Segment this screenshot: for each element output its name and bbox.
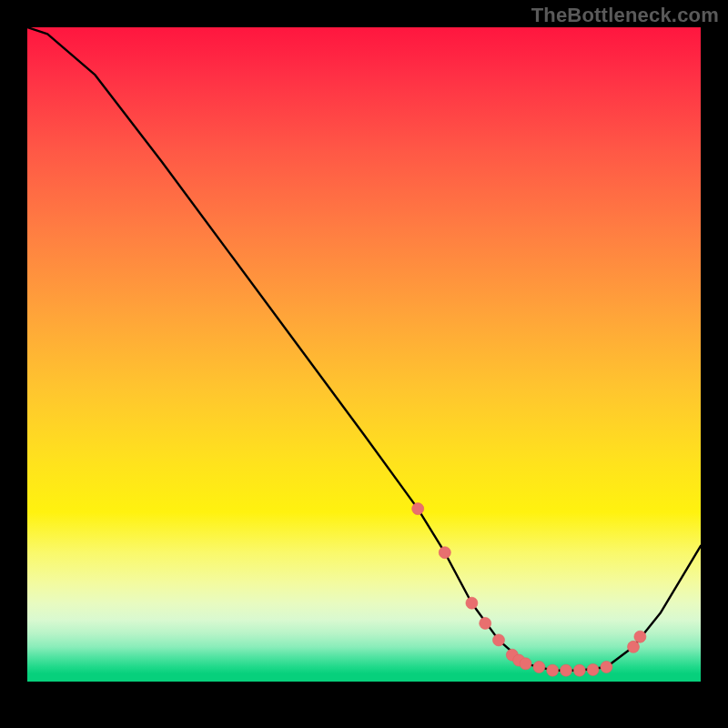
marker-dot — [412, 503, 424, 515]
plot-area — [27, 27, 701, 701]
attribution-label: TheBottleneck.com — [531, 4, 719, 27]
marker-dot — [493, 634, 505, 646]
curve-layer — [27, 27, 701, 701]
marker-dot — [634, 631, 646, 642]
marker-dot — [520, 658, 531, 670]
chart-stage: TheBottleneck.com — [0, 0, 728, 728]
marker-dot — [547, 664, 559, 676]
marker-dot — [561, 664, 572, 676]
marker-dot — [533, 662, 545, 673]
marker-dot — [601, 662, 612, 673]
marker-dot — [439, 547, 450, 559]
marker-dot — [587, 663, 599, 675]
marker-dot — [628, 641, 640, 652]
marker-dot — [573, 664, 585, 676]
marker-dot — [466, 597, 478, 609]
bottleneck-curve — [27, 27, 701, 671]
marker-group — [412, 503, 646, 677]
marker-dot — [480, 617, 491, 629]
